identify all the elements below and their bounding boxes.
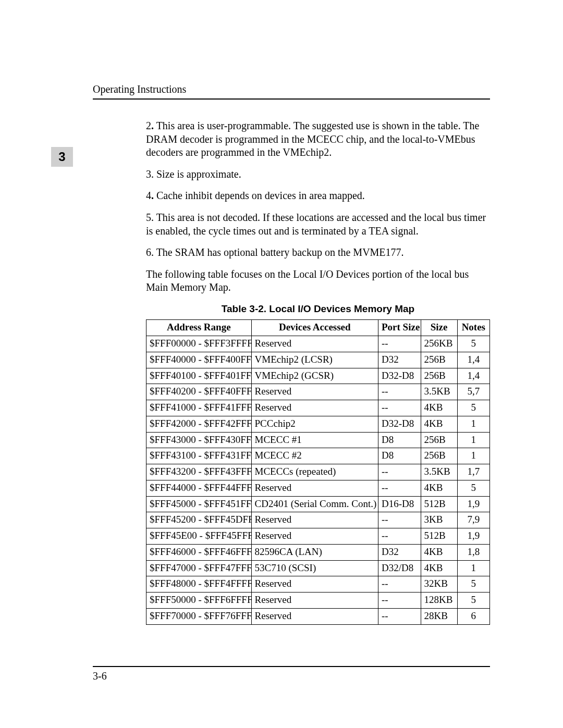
cell-size: 4KB (421, 544, 457, 560)
cell-dev: MCECC #2 (251, 448, 378, 464)
chapter-number: 3 (58, 150, 65, 164)
table-row: $FFF40100 - $FFF401FFVMEchip2 (GCSR)D32-… (146, 368, 490, 384)
cell-dev: Reserved (251, 336, 378, 352)
col-address-range: Address Range (146, 320, 252, 336)
note-4-prefix: 4 (146, 190, 151, 201)
cell-addr: $FFF70000 - $FFF76FFF (146, 608, 252, 624)
table-row: $FFF47000 - $FFF47FFF53C710 (SCSI)D32/D8… (146, 560, 490, 576)
cell-port: D8 (378, 432, 421, 448)
cell-addr: $FFF45000 - $FFF451FF (146, 496, 252, 512)
cell-dev: 53C710 (SCSI) (251, 560, 378, 576)
cell-port: -- (378, 480, 421, 496)
cell-size: 256B (421, 432, 457, 448)
cell-port: -- (378, 576, 421, 593)
cell-port: -- (378, 464, 421, 480)
cell-notes: 1,4 (457, 352, 489, 368)
cell-notes: 5 (457, 336, 489, 352)
table-row: $FFF43200 - $FFF43FFFMCECCs (repeated)--… (146, 464, 490, 480)
note-3: 3. Size is approximate. (146, 168, 490, 181)
cell-port: -- (378, 512, 421, 528)
cell-addr: $FFF48000 - $FFF4FFFF (146, 576, 252, 593)
cell-addr: $FFF43200 - $FFF43FFF (146, 464, 252, 480)
cell-addr: $FFF45E00 - $FFF45FFF (146, 528, 252, 545)
table-lead-in: The following table focuses on the Local… (146, 268, 490, 294)
cell-size: 128KB (421, 593, 457, 609)
cell-size: 3KB (421, 512, 457, 528)
cell-port: D32-D8 (378, 368, 421, 384)
cell-notes: 1,7 (457, 464, 489, 480)
cell-size: 256B (421, 352, 457, 368)
cell-port: -- (378, 528, 421, 545)
cell-port: -- (378, 400, 421, 416)
cell-addr: $FFF42000 - $FFF42FFF (146, 416, 252, 432)
table-row: $FFF41000 - $FFF41FFFReserved--4KB5 (146, 400, 490, 416)
cell-dev: Reserved (251, 512, 378, 528)
table-row: $FFF43000 - $FFF430FFMCECC #1D8256B1 (146, 432, 490, 448)
note-4: 4. Cache inhibit depends on devices in a… (146, 189, 490, 203)
table-row: $FFF40200 - $FFF40FFFReserved--3.5KB5,7 (146, 384, 490, 400)
note-2: 2. This area is user-programmable. The s… (146, 119, 490, 159)
cell-notes: 5 (457, 400, 489, 416)
cell-addr: $FFF47000 - $FFF47FFF (146, 560, 252, 576)
table-row: $FFF42000 - $FFF42FFFPCCchip2D32-D84KB1 (146, 416, 490, 432)
cell-port: D32 (378, 544, 421, 560)
cell-dev: MCECC #1 (251, 432, 378, 448)
cell-port: D16-D8 (378, 496, 421, 512)
table-row: $FFF70000 - $FFF76FFFReserved--28KB6 (146, 608, 490, 624)
cell-addr: $FFF43100 - $FFF431FF (146, 448, 252, 464)
page-footer: 3-6 (93, 666, 490, 682)
table-body: $FFF00000 - $FFF3FFFFReserved--256KB5 $F… (146, 336, 490, 625)
cell-notes: 5 (457, 480, 489, 496)
note-5: 5. This area is not decoded. If these lo… (146, 211, 490, 238)
memory-map-table: Address Range Devices Accessed Port Size… (146, 319, 490, 624)
chapter-badge: 3 (51, 147, 73, 167)
cell-notes: 5 (457, 576, 489, 593)
cell-size: 256B (421, 368, 457, 384)
cell-addr: $FFF40200 - $FFF40FFF (146, 384, 252, 400)
cell-addr: $FFF40100 - $FFF401FF (146, 368, 252, 384)
cell-size: 4KB (421, 416, 457, 432)
cell-size: 28KB (421, 608, 457, 624)
page-number: 3-6 (93, 670, 107, 682)
table-caption: Table 3-2. Local I/O Devices Memory Map (146, 303, 490, 315)
cell-dev: Reserved (251, 480, 378, 496)
col-size: Size (421, 320, 457, 336)
cell-size: 3.5KB (421, 464, 457, 480)
cell-port: D32 (378, 352, 421, 368)
col-port-size: Port Size (378, 320, 421, 336)
running-header-text: Operating Instructions (93, 83, 186, 95)
cell-dev: Reserved (251, 400, 378, 416)
running-header: Operating Instructions (93, 83, 490, 100)
table-row: $FFF45200 - $FFF45DFFReserved--3KB7,9 (146, 512, 490, 528)
cell-dev: Reserved (251, 528, 378, 545)
cell-notes: 6 (457, 608, 489, 624)
table-row: $FFF45000 - $FFF451FFCD2401 (Serial Comm… (146, 496, 490, 512)
cell-addr: $FFF45200 - $FFF45DFF (146, 512, 252, 528)
cell-port: -- (378, 336, 421, 352)
cell-addr: $FFF00000 - $FFF3FFFF (146, 336, 252, 352)
cell-size: 4KB (421, 560, 457, 576)
cell-notes: 1,9 (457, 528, 489, 545)
cell-size: 4KB (421, 480, 457, 496)
cell-addr: $FFF40000 - $FFF400FF (146, 352, 252, 368)
cell-addr: $FFF43000 - $FFF430FF (146, 432, 252, 448)
cell-addr: $FFF44000 - $FFF44FFF (146, 480, 252, 496)
note-2-text: This area is user-programmable. The sugg… (146, 120, 479, 158)
table-row: $FFF45E00 - $FFF45FFFReserved--512B1,9 (146, 528, 490, 545)
table-row: $FFF50000 - $FFF6FFFFReserved--128KB5 (146, 593, 490, 609)
cell-notes: 1,4 (457, 368, 489, 384)
table-row: $FFF43100 - $FFF431FFMCECC #2D8256B1 (146, 448, 490, 464)
cell-notes: 1 (457, 448, 489, 464)
cell-notes: 1 (457, 560, 489, 576)
table-header-row: Address Range Devices Accessed Port Size… (146, 320, 490, 336)
cell-size: 256KB (421, 336, 457, 352)
cell-notes: 7,9 (457, 512, 489, 528)
cell-dev: VMEchip2 (LCSR) (251, 352, 378, 368)
cell-dev: 82596CA (LAN) (251, 544, 378, 560)
cell-notes: 1 (457, 416, 489, 432)
cell-port: D32/D8 (378, 560, 421, 576)
cell-port: -- (378, 384, 421, 400)
cell-notes: 1 (457, 432, 489, 448)
cell-dev: Reserved (251, 593, 378, 609)
note-2-prefix: 2 (146, 120, 151, 131)
